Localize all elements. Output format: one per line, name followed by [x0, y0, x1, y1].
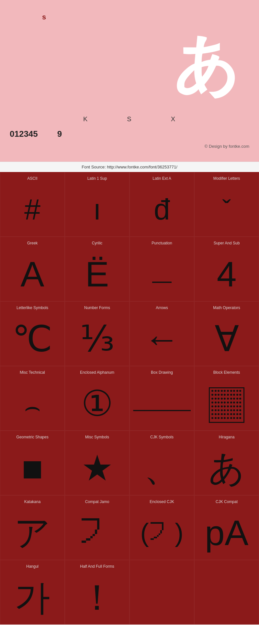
label-ascii: ASCII — [27, 176, 37, 181]
cell-letterlike: Letterlike Symbols ℃ — [0, 301, 65, 366]
symbol-numberforms: ⅓ — [80, 312, 115, 366]
label-numberforms: Number Forms — [84, 306, 110, 310]
symbol-ascii: # — [24, 183, 40, 236]
cell-latinexta: Latin Ext A đ — [130, 172, 194, 237]
number-9: 9 — [57, 129, 62, 139]
cell-superandsub: Super And Sub 4 — [194, 237, 259, 301]
label-hiragana: Hiragana — [219, 435, 235, 439]
cell-latin1sup: Latin 1 Sup ı — [65, 172, 130, 237]
symbol-cjkcompat: pA — [205, 506, 249, 560]
label-enclosedcjk: Enclosed CJK — [150, 499, 174, 504]
cell-katakana: Katakana ア — [0, 495, 65, 560]
symbol-halffulforms: ！ — [79, 571, 115, 624]
label-latinexta: Latin Ext A — [152, 176, 171, 181]
label-geometricshapes: Geometric Shapes — [16, 435, 48, 439]
cell-arrows: Arrows ← — [130, 301, 194, 366]
cell-ascii: ASCII # — [0, 172, 65, 237]
cell-greek: Greek Α — [0, 237, 65, 301]
cell-miscsymbols: Misc Symbols ★ — [65, 431, 130, 495]
top-letter-s: s — [42, 13, 46, 21]
letter-x: X — [171, 115, 176, 123]
grid-row-3: Letterlike Symbols ℃ Number Forms ⅓ Arro… — [0, 301, 259, 366]
grid-row-5: Geometric Shapes ■ Misc Symbols ★ CJK Sy… — [0, 431, 259, 495]
cell-geometricshapes: Geometric Shapes ■ — [0, 431, 65, 495]
label-greek: Greek — [27, 241, 38, 245]
label-misctechnical: Misc Technical — [20, 370, 45, 375]
grid-row-1: ASCII # Latin 1 Sup ı Latin Ext A đ Modi… — [0, 172, 259, 237]
symbol-latinexta: đ — [154, 183, 170, 236]
grid-row-7: Hangul 가 Half And Full Forms ！ — [0, 560, 259, 625]
symbol-arrows: ← — [144, 312, 180, 366]
symbol-letterlike: ℃ — [12, 312, 52, 366]
cell-punctuation: Punctuation — — [130, 237, 194, 301]
label-halffulforms: Half And Full Forms — [80, 564, 114, 569]
cell-compatjamo: Compat Jamo ᄀ — [65, 495, 130, 560]
cell-cjkcompat: CJK Compat pA — [194, 495, 259, 560]
grid-row-2: Greek Α Cyrilic Ë Punctuation — Super An… — [0, 237, 259, 301]
cell-hangul: Hangul 가 — [0, 560, 65, 625]
symbol-boxdrawing: ───── — [133, 377, 190, 430]
grid-row-4: Misc Technical ⌢ Enclosed Alphanum ① Box… — [0, 366, 259, 431]
numbers-main: 012345 — [10, 129, 38, 139]
symbol-mathoperators: ∀ — [215, 312, 239, 366]
cell-blockelements: Block Elements — [194, 366, 259, 431]
symbol-cyrilic: Ë — [85, 247, 109, 301]
symbol-latin1sup: ı — [93, 183, 101, 236]
grid-row-6: Katakana ア Compat Jamo ᄀ Enclosed CJK (ᄀ… — [0, 495, 259, 560]
cell-mathoperators: Math Operators ∀ — [194, 301, 259, 366]
top-section: s あ K S X 012345 9 © Design by fontke.co… — [0, 0, 259, 162]
symbol-hiragana: あ — [208, 441, 245, 495]
label-boxdrawing: Box Drawing — [151, 370, 173, 375]
label-latin1sup: Latin 1 Sup — [87, 176, 107, 181]
symbol-modifierletters: ˇ — [222, 183, 231, 236]
symbol-enclosedcjk: (ᄀ) — [140, 506, 183, 560]
label-enclosedalphanum: Enclosed Alphanum — [80, 370, 114, 375]
symbol-enclosedalphanum: ① — [81, 377, 113, 430]
font-source-bar: Font Source: http://www.fontke.com/font/… — [0, 162, 259, 172]
symbol-blockelements — [209, 377, 244, 430]
label-arrows: Arrows — [156, 306, 168, 310]
cell-boxdrawing: Box Drawing ───── — [130, 366, 194, 431]
label-miscsymbols: Misc Symbols — [85, 435, 109, 439]
cell-hiragana: Hiragana あ — [194, 431, 259, 495]
cell-numberforms: Number Forms ⅓ — [65, 301, 130, 366]
letter-k: K — [83, 115, 88, 123]
label-compatjamo: Compat Jamo — [85, 499, 109, 504]
numbers-row: 012345 9 — [0, 129, 259, 139]
symbol-punctuation: — — [152, 247, 172, 301]
label-letterlike: Letterlike Symbols — [17, 306, 48, 310]
label-cjkcompat: CJK Compat — [216, 499, 238, 504]
symbol-hangul: 가 — [15, 571, 50, 624]
label-cyrilic: Cyrilic — [92, 241, 103, 245]
letter-s: S — [127, 115, 132, 123]
label-hangul: Hangul — [26, 564, 39, 569]
symbol-superandsub: 4 — [217, 247, 236, 301]
cell-cyrilic: Cyrilic Ë — [65, 237, 130, 301]
label-katakana: Katakana — [24, 499, 41, 504]
cell-enclosedcjk: Enclosed CJK (ᄀ) — [130, 495, 194, 560]
symbol-geometricshapes: ■ — [22, 441, 43, 495]
symbol-cjksymbols: 、 — [144, 441, 180, 495]
symbol-misctechnical: ⌢ — [24, 377, 41, 430]
label-punctuation: Punctuation — [152, 241, 172, 245]
label-cjksymbols: CJK Symbols — [150, 435, 174, 439]
cell-empty-1 — [130, 560, 194, 625]
cell-empty-2 — [194, 560, 259, 625]
symbol-katakana: ア — [14, 506, 51, 560]
symbol-miscsymbols: ★ — [81, 441, 113, 495]
copyright: © Design by fontke.com — [205, 144, 249, 149]
label-superandsub: Super And Sub — [214, 241, 240, 245]
bottom-letters-row: K S X — [0, 115, 259, 123]
symbol-greek: Α — [20, 247, 44, 301]
symbol-compatjamo: ᄀ — [79, 506, 115, 560]
cell-misctechnical: Misc Technical ⌢ — [0, 366, 65, 431]
cell-modifierletters: Modifier Letters ˇ — [194, 172, 259, 237]
cell-halffulforms: Half And Full Forms ！ — [65, 560, 130, 625]
label-blockelements: Block Elements — [213, 370, 240, 375]
top-hiragana-large: あ — [173, 32, 240, 97]
cell-cjksymbols: CJK Symbols 、 — [130, 431, 194, 495]
label-mathoperators: Math Operators — [213, 306, 240, 310]
label-modifierletters: Modifier Letters — [213, 176, 240, 181]
cell-enclosedalphanum: Enclosed Alphanum ① — [65, 366, 130, 431]
grid-section: ASCII # Latin 1 Sup ı Latin Ext A đ Modi… — [0, 172, 259, 625]
